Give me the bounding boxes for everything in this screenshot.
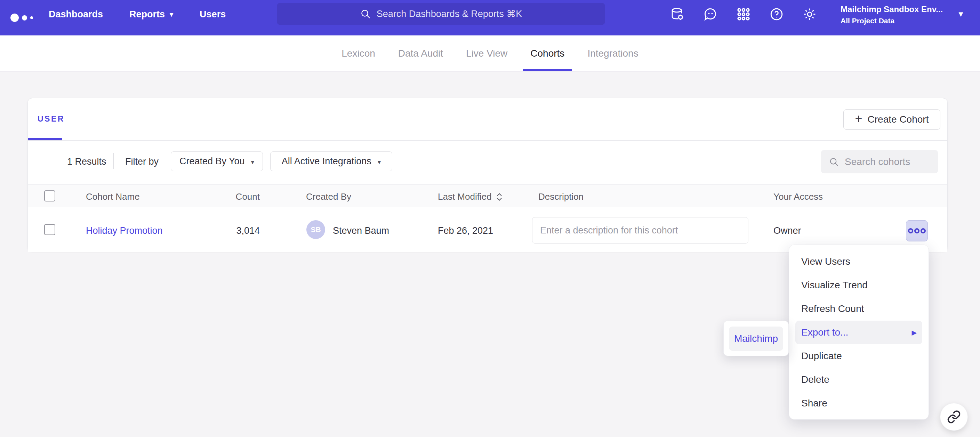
integrations-filter-dropdown[interactable]: All Active Integrations ▾ bbox=[270, 152, 392, 171]
column-cohort-name[interactable]: Cohort Name bbox=[86, 192, 140, 202]
settings-gear-icon[interactable] bbox=[802, 6, 817, 22]
integrations-filter-value: All Active Integrations bbox=[282, 156, 371, 167]
cohort-search-box bbox=[821, 150, 938, 173]
app-root: Dashboards Reports▾ Users Search Dashboa… bbox=[0, 0, 980, 437]
cohort-search-input[interactable] bbox=[845, 156, 928, 168]
menu-item-duplicate[interactable]: Duplicate bbox=[789, 344, 929, 368]
global-search-placeholder: Search Dashboards & Reports ⌘K bbox=[377, 8, 522, 19]
menu-item-view-users[interactable]: View Users bbox=[789, 250, 929, 273]
cohort-name-link[interactable]: Holiday Promotion bbox=[86, 225, 163, 236]
nav-label: Dashboards bbox=[49, 9, 103, 20]
created-by-value: Steven Baum bbox=[333, 225, 389, 236]
created-by-filter-dropdown[interactable]: Created By You ▾ bbox=[171, 152, 263, 171]
copy-link-fab[interactable] bbox=[940, 403, 968, 431]
column-your-access[interactable]: Your Access bbox=[773, 192, 823, 202]
top-navbar: Dashboards Reports▾ Users Search Dashboa… bbox=[0, 0, 980, 35]
ellipsis-dot-icon bbox=[921, 228, 926, 233]
results-count: 1 Results bbox=[67, 156, 107, 167]
submenu-arrow-icon: ▶ bbox=[912, 329, 917, 337]
project-scope: All Project Data bbox=[840, 17, 943, 25]
tab-live-view[interactable]: Live View bbox=[455, 35, 519, 71]
column-count[interactable]: Count bbox=[190, 192, 260, 202]
submenu-item-mailchimp[interactable]: Mailchimp bbox=[729, 326, 783, 351]
feedback-icon[interactable] bbox=[703, 6, 718, 22]
row-actions-menu: View Users Visualize Trend Refresh Count… bbox=[789, 245, 929, 420]
search-icon bbox=[360, 8, 371, 19]
plus-icon: + bbox=[855, 112, 862, 125]
menu-item-export-label: Export to... bbox=[801, 327, 848, 338]
chevron-down-icon: ▾ bbox=[378, 158, 381, 166]
nav-item-users[interactable]: Users bbox=[200, 9, 226, 20]
chevron-down-icon: ▾ bbox=[170, 10, 173, 18]
project-selector[interactable]: Mailchimp Sandbox Env... All Project Dat… bbox=[840, 5, 943, 25]
divider bbox=[28, 140, 947, 141]
logo-dot bbox=[22, 15, 27, 21]
select-all-checkbox[interactable] bbox=[44, 190, 55, 201]
avatar: SB bbox=[306, 220, 325, 239]
row-checkbox[interactable] bbox=[44, 224, 55, 235]
project-name: Mailchimp Sandbox Env... bbox=[840, 5, 943, 14]
menu-item-export-to[interactable]: Export to... ▶ bbox=[795, 321, 922, 344]
column-description[interactable]: Description bbox=[538, 192, 584, 202]
navbar-icons bbox=[670, 0, 817, 28]
search-icon bbox=[829, 157, 839, 167]
user-section-tab[interactable]: USER bbox=[38, 114, 65, 124]
menu-item-delete[interactable]: Delete bbox=[789, 368, 929, 391]
logo-dot bbox=[10, 14, 19, 22]
sort-icon[interactable] bbox=[496, 192, 503, 202]
create-cohort-button[interactable]: + Create Cohort bbox=[843, 109, 940, 130]
help-icon[interactable] bbox=[769, 6, 784, 22]
data-management-subnav: Lexicon Data Audit Live View Cohorts Int… bbox=[0, 35, 980, 71]
logo-dot bbox=[30, 16, 33, 19]
tab-data-audit[interactable]: Data Audit bbox=[387, 35, 455, 71]
filter-by-label: Filter by bbox=[125, 156, 159, 167]
column-last-modified-label: Last Modified bbox=[438, 192, 492, 202]
table-header: Cohort Name Count Created By Last Modifi… bbox=[28, 184, 947, 207]
cohort-count: 3,014 bbox=[190, 225, 260, 236]
created-by-filter-value: Created By You bbox=[180, 156, 245, 167]
tab-cohorts[interactable]: Cohorts bbox=[519, 35, 576, 71]
data-management-icon[interactable] bbox=[670, 6, 685, 22]
last-modified-value: Feb 26, 2021 bbox=[438, 225, 493, 236]
menu-item-share[interactable]: Share bbox=[789, 391, 929, 415]
mixpanel-logo-icon[interactable] bbox=[10, 0, 33, 35]
divider bbox=[113, 153, 114, 169]
active-tab-underline bbox=[28, 138, 62, 140]
menu-item-visualize-trend[interactable]: Visualize Trend bbox=[789, 273, 929, 297]
nav-item-reports[interactable]: Reports▾ bbox=[129, 9, 173, 20]
cohorts-card: USER + Create Cohort 1 Results Filter by… bbox=[27, 98, 948, 252]
global-search-input[interactable]: Search Dashboards & Reports ⌘K bbox=[277, 3, 605, 25]
link-icon bbox=[947, 410, 961, 424]
column-last-modified[interactable]: Last Modified bbox=[438, 192, 503, 202]
nav-label: Reports bbox=[129, 9, 165, 20]
tab-lexicon[interactable]: Lexicon bbox=[330, 35, 387, 71]
row-actions-button[interactable] bbox=[906, 220, 928, 241]
nav-label: Users bbox=[200, 9, 226, 20]
access-value: Owner bbox=[773, 225, 801, 236]
primary-nav: Dashboards Reports▾ Users bbox=[49, 0, 226, 28]
description-input[interactable] bbox=[532, 217, 748, 244]
ellipsis-dot-icon bbox=[908, 228, 913, 233]
create-cohort-label: Create Cohort bbox=[868, 114, 929, 125]
chevron-down-icon: ▾ bbox=[251, 158, 255, 166]
export-submenu: Mailchimp bbox=[723, 321, 789, 356]
ellipsis-dot-icon bbox=[914, 228, 920, 233]
apps-grid-icon[interactable] bbox=[736, 6, 751, 22]
menu-item-refresh-count[interactable]: Refresh Count bbox=[789, 297, 929, 321]
project-caret-icon[interactable]: ▼ bbox=[957, 10, 965, 19]
nav-item-dashboards[interactable]: Dashboards bbox=[49, 9, 103, 20]
column-created-by[interactable]: Created By bbox=[306, 192, 351, 202]
tab-integrations[interactable]: Integrations bbox=[576, 35, 650, 71]
